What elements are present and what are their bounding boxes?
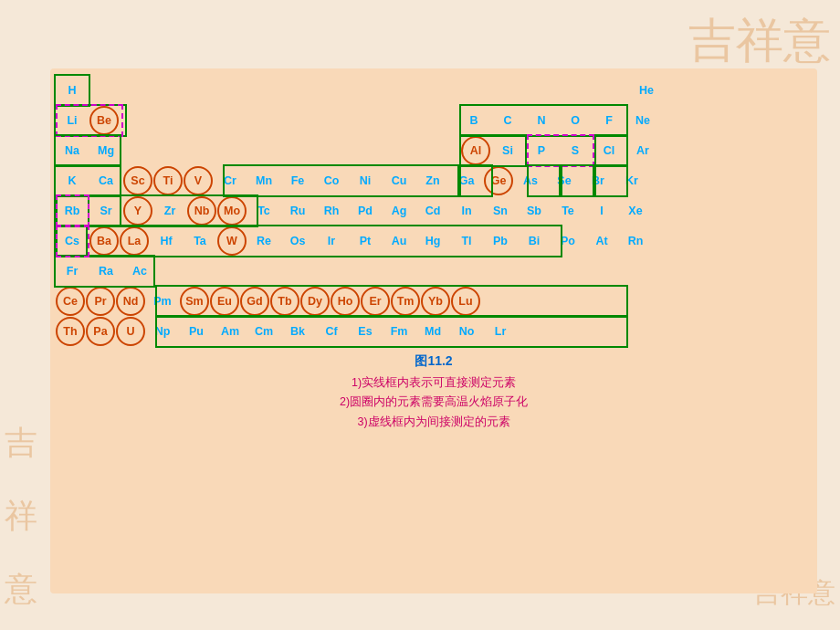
element-Fr: Fr [56,257,89,286]
element-Sm: Sm [180,287,209,316]
element-Br: Br [582,166,614,195]
element-Re: Re [247,226,280,256]
periodic-table-container: H He Li Be B C N O F Ne Na Mg Al Si P S [50,68,817,593]
element-Tb: Tb [270,287,299,316]
element-At: At [585,226,618,256]
element-Mg: Mg [89,136,122,165]
element-Mo: Mo [217,196,247,226]
element-Pu: Pu [180,317,213,346]
element-Eu: Eu [210,287,239,316]
element-Nb: Nb [187,196,216,226]
row-4: K Ca Sc Ti V Cr Mn Fe Co Ni Cu Zn Ga Ge … [56,166,812,195]
element-Mn: Mn [247,166,280,195]
element-Ta: Ta [184,226,216,256]
element-In: In [450,196,483,226]
element-Es: Es [349,317,382,346]
element-As: As [514,166,547,195]
element-Yb: Yb [421,287,450,316]
element-Ar: Ar [626,136,659,165]
element-S: S [559,136,592,165]
element-Ge: Ge [484,166,513,195]
element-Ba: Ba [89,226,119,256]
element-Nd: Nd [116,287,145,316]
element-Lu: Lu [451,287,480,316]
element-Pd: Pd [349,196,382,226]
element-Fe: Fe [281,166,314,195]
element-Bi: Bi [518,226,551,256]
caption-line-1: 1)实线框内表示可直接测定元素 [56,373,812,393]
element-V: V [184,166,213,195]
element-Ru: Ru [281,196,314,226]
element-Cu: Cu [383,166,415,195]
rows-wrapper: H He Li Be B C N O F Ne Na Mg Al Si P S [56,76,812,346]
element-Os: Os [281,226,314,256]
element-Sr: Sr [89,196,122,226]
element-Ac: Ac [123,257,156,286]
element-Co: Co [315,166,348,195]
element-Ni: Ni [349,166,382,195]
element-Te: Te [551,196,584,226]
element-Al: Al [461,136,490,165]
element-Tl: Tl [450,226,483,256]
element-Dy: Dy [300,287,330,316]
element-Ra: Ra [89,257,122,286]
row-actinides: Th Pa U Np Pu Am Cm Bk Cf Es Fm Md No Lr [56,317,812,346]
element-Lr: Lr [484,317,517,346]
caption-area: 图11.2 1)实线框内表示可直接测定元素 2)圆圈内的元素需要高温火焰原子化 … [56,353,812,432]
element-Cm: Cm [247,317,280,346]
element-Se: Se [548,166,581,195]
element-O: O [559,106,592,135]
element-Hf: Hf [150,226,183,256]
element-Hg: Hg [416,226,449,256]
element-Li: Li [56,106,89,135]
element-Pm: Pm [146,287,179,316]
element-F: F [593,106,625,135]
element-Am: Am [214,317,247,346]
element-Au: Au [383,226,415,256]
row-7: Fr Ra Ac [56,257,812,286]
element-Ho: Ho [331,287,360,316]
element-Rb: Rb [56,196,89,226]
element-Pt: Pt [349,226,382,256]
row-1: H He [56,76,812,105]
element-Zn: Zn [416,166,449,195]
row-6: Cs Ba La Hf Ta W Re Os Ir Pt Au Hg Tl Pb… [56,226,812,256]
element-Si: Si [491,136,524,165]
element-Bk: Bk [281,317,314,346]
element-No: No [450,317,483,346]
element-Sc: Sc [123,166,152,195]
element-U: U [116,317,145,346]
caption-line-3: 3)虚线框内为间接测定的元素 [56,413,812,432]
element-Md: Md [416,317,449,346]
caption-title: 图11.2 [56,353,812,370]
element-Cr: Cr [214,166,247,195]
element-Pb: Pb [484,226,517,256]
element-H: H [56,76,89,105]
row-3: Na Mg Al Si P S Cl Ar [56,136,812,165]
element-B: B [457,106,490,135]
element-Be: Be [89,106,119,135]
element-Ir: Ir [315,226,348,256]
element-Fm: Fm [383,317,415,346]
element-Ag: Ag [383,196,415,226]
element-Er: Er [361,287,390,316]
element-He: He [630,76,663,105]
element-P: P [525,136,558,165]
element-La: La [120,226,149,256]
element-Sn: Sn [484,196,517,226]
element-Cf: Cf [315,317,348,346]
element-W: W [217,226,247,256]
element-Cd: Cd [416,196,449,226]
element-Xe: Xe [619,196,652,226]
element-Y: Y [123,196,152,226]
element-Ga: Ga [450,166,483,195]
element-Kr: Kr [615,166,648,195]
element-Zr: Zr [153,196,186,226]
element-Gd: Gd [240,287,269,316]
element-Tm: Tm [391,287,420,316]
element-Pa: Pa [86,317,115,346]
element-Sb: Sb [518,196,551,226]
element-Ti: Ti [153,166,183,195]
caption-text: 1)实线框内表示可直接测定元素 2)圆圈内的元素需要高温火焰原子化 3)虚线框内… [56,373,812,432]
row-2: Li Be B C N O F Ne [56,106,812,135]
